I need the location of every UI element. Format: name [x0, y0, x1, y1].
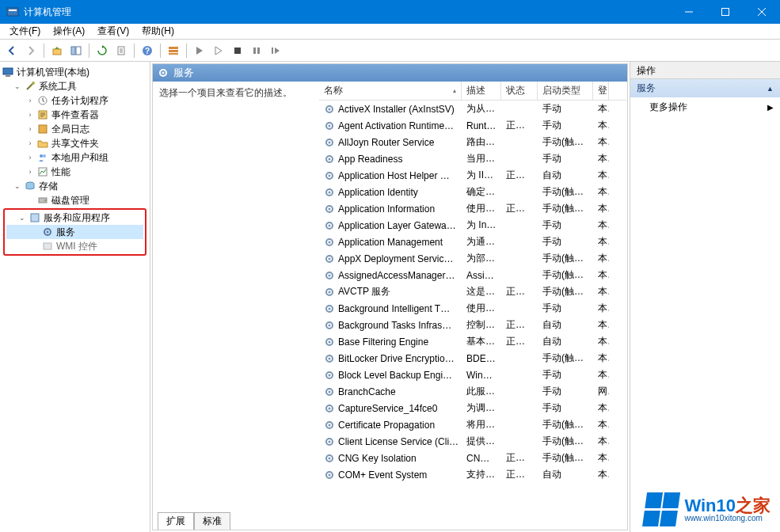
gear-icon	[324, 253, 335, 264]
service-row[interactable]: Application Information使用…正在…手动(触发…本	[319, 200, 627, 217]
menu-action[interactable]: 操作(A)	[47, 23, 91, 40]
storage-icon	[24, 180, 36, 192]
gear-icon	[324, 287, 335, 298]
tab-extended[interactable]: 扩展	[158, 512, 194, 530]
service-desc: Win…	[462, 370, 501, 381]
performance-icon	[36, 165, 49, 178]
play-button[interactable]	[191, 42, 208, 59]
minimize-button[interactable]	[671, 0, 707, 24]
tree-label: 系统工具	[39, 80, 77, 93]
tree-performance[interactable]: › 性能	[2, 165, 148, 179]
help-button[interactable]: ?	[139, 42, 156, 59]
collapse-icon[interactable]: ⌄	[13, 82, 22, 91]
service-row[interactable]: Application Layer Gatewa…为 In…手动本	[319, 217, 627, 234]
expand-icon[interactable]: ›	[25, 96, 35, 105]
bottom-tabs: 扩展 标准	[153, 512, 627, 530]
service-row[interactable]: AppX Deployment Servic…为部…手动(触发…本	[319, 250, 627, 267]
menu-view[interactable]: 查看(V)	[91, 23, 135, 40]
service-desc: 为 In…	[462, 218, 501, 232]
service-row[interactable]: Application Host Helper …为 II…正在…自动本	[319, 167, 627, 184]
pause-button[interactable]	[248, 42, 265, 59]
service-rows[interactable]: ActiveX Installer (AxInstSV)为从…手动本Agent …	[319, 101, 627, 512]
col-startup[interactable]: 启动类型	[538, 82, 593, 100]
collapse-icon[interactable]: ⌄	[13, 181, 22, 191]
service-row[interactable]: CaptureService_14fce0为调…手动本	[319, 400, 627, 416]
collapse-icon[interactable]: ⌄	[17, 213, 27, 222]
menu-file[interactable]: 文件(F)	[3, 23, 47, 40]
service-logon: 本	[593, 135, 609, 149]
services-list[interactable]: 名称▴ 描述 状态 启动类型 登 ActiveX Installer (AxIn…	[319, 82, 627, 512]
tree-services[interactable]: 服务	[6, 225, 143, 239]
menu-help[interactable]: 帮助(H)	[135, 23, 181, 40]
service-row[interactable]: BranchCache此服…手动网	[319, 383, 627, 400]
event-icon	[36, 108, 49, 121]
tab-standard[interactable]: 标准	[194, 512, 230, 530]
show-hide-tree-button[interactable]	[67, 42, 85, 59]
expand-icon[interactable]: ›	[25, 153, 35, 162]
play2-button[interactable]	[210, 42, 227, 59]
tree-event-viewer[interactable]: › 事件查看器	[2, 108, 148, 122]
service-row[interactable]: Base Filtering Engine基本…正在…自动本	[319, 333, 627, 350]
service-row[interactable]: App Readiness当用…手动本	[319, 150, 627, 167]
service-row[interactable]: AssignedAccessManager…Assi…手动(触发…本	[319, 267, 627, 283]
export-button[interactable]	[112, 42, 130, 59]
close-button[interactable]	[744, 0, 780, 24]
expand-icon[interactable]: ›	[25, 124, 35, 134]
tree-wmi[interactable]: WMI 控件	[6, 239, 143, 253]
svg-rect-13	[169, 50, 178, 52]
service-row[interactable]: Background Tasks Infras…控制…正在…自动本	[319, 317, 627, 333]
service-row[interactable]: Background Intelligent T…使用…手动本	[319, 300, 627, 317]
tree-shared-folders[interactable]: › 共享文件夹	[2, 136, 148, 150]
svg-point-46	[329, 174, 331, 177]
col-logon[interactable]: 登	[593, 82, 609, 100]
view-detail-button[interactable]	[165, 42, 182, 59]
tree-root[interactable]: 计算机管理(本地)	[2, 65, 148, 79]
actions-more[interactable]: 更多操作 ▶	[630, 97, 780, 117]
service-row[interactable]: Client License Service (Cli…提供…手动(触发…本	[319, 433, 627, 450]
svg-point-40	[329, 124, 331, 127]
tree-label: 共享文件夹	[51, 137, 99, 150]
up-button[interactable]	[48, 42, 66, 59]
back-button[interactable]	[3, 42, 21, 59]
gear-icon	[324, 320, 335, 331]
expand-icon[interactable]: ›	[25, 110, 35, 120]
tree-global-log[interactable]: › 全局日志	[2, 122, 148, 136]
service-row[interactable]: AllJoyn Router Service路由…手动(触发…本	[319, 134, 627, 150]
col-desc[interactable]: 描述	[462, 82, 501, 100]
actions-section[interactable]: 服务 ▲	[630, 79, 780, 97]
service-row[interactable]: COM+ Event System支持…正在…自动本	[319, 466, 627, 483]
folder-icon	[36, 137, 49, 150]
forward-button[interactable]	[22, 42, 40, 59]
stop-button[interactable]	[229, 42, 246, 59]
service-row[interactable]: CNG Key IsolationCNG…正在…手动(触发…本	[319, 450, 627, 466]
service-row[interactable]: AVCTP 服务这是…正在…手动(触发…本	[319, 283, 627, 300]
service-row[interactable]: Agent Activation Runtime…Runt…正在…手动本	[319, 117, 627, 134]
expand-icon[interactable]: ›	[25, 167, 35, 177]
refresh-button[interactable]	[93, 42, 111, 59]
service-startup: 手动	[538, 302, 593, 315]
tree-local-users[interactable]: › 本地用户和组	[2, 150, 148, 165]
expand-icon[interactable]: ›	[25, 139, 35, 148]
service-row[interactable]: ActiveX Installer (AxInstSV)为从…手动本	[319, 101, 627, 117]
col-name[interactable]: 名称▴	[319, 82, 462, 100]
service-row[interactable]: Block Level Backup Engi…Win…手动本	[319, 367, 627, 383]
tree-storage[interactable]: ⌄ 存储	[2, 179, 148, 193]
service-row[interactable]: Application Management为通…手动本	[319, 234, 627, 250]
tree-system-tools[interactable]: ⌄ 系统工具	[2, 79, 148, 93]
maximize-button[interactable]	[707, 0, 744, 24]
col-state[interactable]: 状态	[501, 82, 538, 100]
service-row[interactable]: BitLocker Drive Encryptio…BDE…手动(触发…本	[319, 350, 627, 367]
service-row[interactable]: Application Identity确定…手动(触发…本	[319, 184, 627, 200]
service-startup: 手动(触发…	[538, 268, 593, 282]
service-row[interactable]: Certificate Propagation将用…手动(触发…本	[319, 416, 627, 433]
gear-icon	[324, 187, 335, 198]
submenu-arrow-icon: ▶	[767, 103, 774, 112]
tree-task-scheduler[interactable]: › 任务计划程序	[2, 93, 148, 108]
navigation-tree[interactable]: 计算机管理(本地) ⌄ 系统工具 › 任务计划程序 › 事件查看器 › 全局日志…	[0, 62, 150, 532]
apps-icon	[29, 211, 41, 224]
computer-icon	[2, 66, 14, 78]
service-startup: 自动	[538, 169, 593, 182]
tree-services-apps[interactable]: ⌄ 服务和应用程序	[6, 211, 143, 225]
restart-button[interactable]	[267, 42, 284, 59]
tree-disk-mgmt[interactable]: 磁盘管理	[2, 193, 148, 207]
